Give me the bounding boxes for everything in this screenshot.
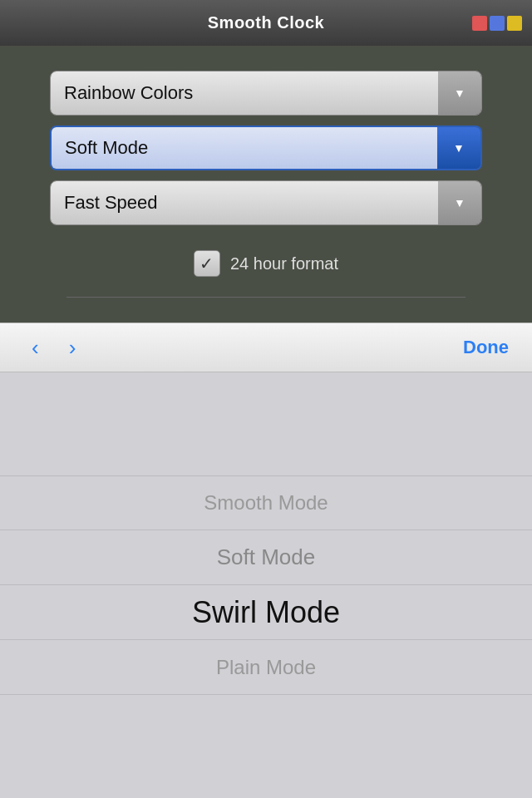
- dropdown-mode[interactable]: Soft Mode ▼: [50, 126, 482, 170]
- dropdown-speed-arrow: ▼: [438, 181, 481, 224]
- checkbox-row: ✓ 24 hour format: [50, 235, 482, 287]
- color-dots: [472, 16, 522, 31]
- picker-item-soft-label: Soft Mode: [217, 544, 316, 570]
- dot-blue: [490, 16, 505, 31]
- picker-item-swirl[interactable]: Swirl Mode: [0, 585, 532, 640]
- top-bar-title: Smooth Clock: [208, 13, 324, 32]
- dot-yellow: [507, 16, 522, 31]
- dropdown-mode-label: Soft Mode: [52, 127, 437, 169]
- checkbox-label: 24 hour format: [230, 254, 338, 273]
- dot-red: [472, 16, 487, 31]
- top-bar: Smooth Clock: [0, 0, 532, 46]
- prev-button[interactable]: ‹: [17, 335, 54, 361]
- dropdown-speed[interactable]: Fast Speed ▼: [50, 180, 482, 225]
- dropdown-mode-arrow: ▼: [437, 127, 480, 169]
- dropdown-speed-label: Fast Speed: [51, 181, 438, 224]
- picker-item-soft[interactable]: Soft Mode: [0, 530, 532, 585]
- settings-panel: Rainbow Colors ▼ Soft Mode ▼ Fast Speed …: [0, 46, 532, 323]
- dropdown-colors-label: Rainbow Colors: [51, 71, 438, 115]
- checkbox-24hour[interactable]: ✓: [194, 250, 220, 277]
- main-content: Rainbow Colors ▼ Soft Mode ▼ Fast Speed …: [0, 46, 532, 798]
- divider: [66, 297, 466, 298]
- picker-list: Smooth Mode Soft Mode Swirl Mode Plain M…: [0, 475, 532, 695]
- picker-item-smooth[interactable]: Smooth Mode: [0, 475, 532, 530]
- dropdown-colors[interactable]: Rainbow Colors ▼: [50, 71, 482, 116]
- dropdown-colors-arrow: ▼: [438, 71, 481, 115]
- picker-item-plain[interactable]: Plain Mode: [0, 640, 532, 695]
- done-button[interactable]: Done: [456, 337, 515, 358]
- picker-area: Smooth Mode Soft Mode Swirl Mode Plain M…: [0, 372, 532, 798]
- toolbar: ‹ › Done: [0, 323, 532, 372]
- next-button[interactable]: ›: [54, 335, 91, 361]
- picker-item-smooth-label: Smooth Mode: [204, 491, 328, 515]
- picker-item-swirl-label: Swirl Mode: [192, 595, 340, 630]
- picker-section: ‹ › Done Smooth Mode Soft Mode Swirl Mod…: [0, 323, 532, 798]
- picker-item-plain-label: Plain Mode: [216, 656, 316, 679]
